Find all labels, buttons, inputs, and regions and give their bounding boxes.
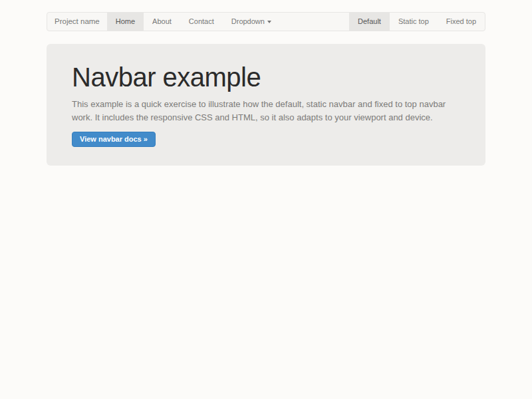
nav-item-default[interactable]: Default <box>349 13 390 31</box>
page-container: Project name Home About Contact Dropdown… <box>47 12 485 166</box>
caret-down-icon <box>267 21 271 23</box>
jumbotron: Navbar example This example is a quick e… <box>47 44 485 166</box>
nav-item-about[interactable]: About <box>144 13 180 31</box>
navbar-right-nav: Default Static top Fixed top <box>349 13 485 31</box>
nav-item-dropdown-label: Dropdown <box>231 13 265 31</box>
navbar: Project name Home About Contact Dropdown… <box>47 12 485 31</box>
view-navbar-docs-button[interactable]: View navbar docs » <box>72 132 156 147</box>
nav-item-dropdown[interactable]: Dropdown <box>223 13 280 31</box>
navbar-brand[interactable]: Project name <box>47 13 107 31</box>
jumbotron-description: This example is a quick exercise to illu… <box>72 98 452 124</box>
page-title: Navbar example <box>72 63 460 92</box>
nav-item-home[interactable]: Home <box>107 13 144 31</box>
nav-item-static-top[interactable]: Static top <box>390 13 438 31</box>
nav-item-contact[interactable]: Contact <box>180 13 223 31</box>
navbar-left-nav: Home About Contact Dropdown <box>107 13 280 31</box>
nav-item-fixed-top[interactable]: Fixed top <box>438 13 485 31</box>
